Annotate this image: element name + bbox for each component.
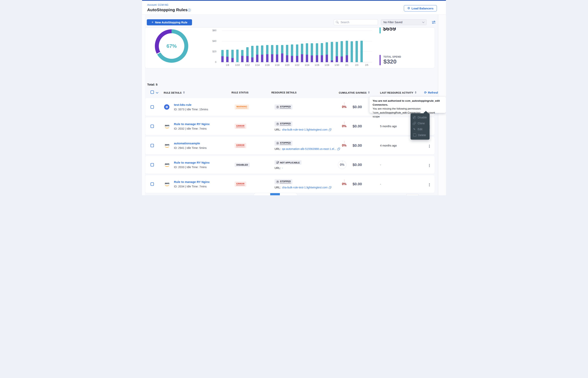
rule-details-cell: Rule to manage RY NginxID: 2034 | Idle T… <box>174 180 210 188</box>
row-actions-kebab[interactable] <box>428 183 431 187</box>
copy-icon[interactable] <box>337 148 340 150</box>
savings-donut-chart: 67% <box>155 29 188 63</box>
menu-item-edit[interactable]: ✎Edit <box>410 126 430 132</box>
new-autostopping-rule-button[interactable]: + New AutoStopping Rule <box>147 19 192 25</box>
savings-segment <box>266 45 268 54</box>
stopped-icon <box>276 142 279 145</box>
x-axis-tick: 1/24 <box>303 64 311 67</box>
resource-url-link[interactable]: sha-bulk-rule-test-1.lightwingtest.com <box>282 128 328 131</box>
resource-url-link[interactable]: - <box>282 166 283 170</box>
stacked-bar-1/11[interactable] <box>241 50 243 62</box>
stacked-bar-2/1[interactable] <box>346 41 348 62</box>
gridline <box>222 62 372 62</box>
copy-icon[interactable] <box>329 186 331 189</box>
row-actions-kebab[interactable] <box>428 144 431 149</box>
not-applicable-icon <box>276 161 279 164</box>
stacked-bar-1/17[interactable] <box>271 45 273 62</box>
stacked-bar-2/4[interactable] <box>360 41 363 62</box>
stacked-bar-1/21[interactable] <box>291 44 293 62</box>
stacked-bar-1/13[interactable] <box>251 46 254 62</box>
row-context-menu: DisableClone✎EditDelete <box>410 113 430 140</box>
savings-segment <box>276 45 278 54</box>
stacked-bar-1/30[interactable] <box>336 42 338 62</box>
search-input[interactable] <box>340 20 374 24</box>
total-count: Total: 5 <box>147 83 157 86</box>
filter-panel-button[interactable] <box>431 20 436 24</box>
stacked-bar-1/29[interactable] <box>331 42 333 62</box>
copy-icon[interactable] <box>329 128 331 131</box>
page-size-button[interactable] <box>406 194 419 195</box>
rule-name-link[interactable]: Rule to manage RY Nginx <box>174 122 210 126</box>
menu-item-clone[interactable]: Clone <box>410 120 430 126</box>
row-checkbox[interactable] <box>151 125 154 128</box>
rule-meta: ID: 2941 | Idle Time: 5mins <box>174 146 206 149</box>
stacked-bar-2/3[interactable] <box>356 41 358 62</box>
refresh-icon: ⟳ <box>424 91 427 94</box>
sort-icon[interactable] <box>415 91 416 94</box>
stacked-bar-1/7[interactable] <box>221 50 224 62</box>
x-axis-tick: 2/5 <box>362 64 371 67</box>
x-axis-tick: 1/10 <box>233 64 242 67</box>
y-axis-tick: 0 <box>207 61 216 64</box>
stacked-bar-1/12[interactable] <box>246 47 249 62</box>
current-page-button[interactable] <box>270 193 280 195</box>
stacked-bar-1/25[interactable] <box>311 43 313 62</box>
menu-item-disable[interactable]: Disable <box>410 114 430 120</box>
column-rule-details[interactable]: RULE DETAILS <box>164 91 185 94</box>
row-checkbox[interactable] <box>151 144 154 147</box>
stacked-bar-1/19[interactable] <box>281 45 283 62</box>
stacked-bar-1/16[interactable] <box>266 45 268 62</box>
stacked-bar-1/14[interactable] <box>256 46 258 62</box>
menu-item-delete[interactable]: Delete <box>410 132 430 138</box>
rule-name-link[interactable]: Rule to manage RY Nginx <box>174 161 210 164</box>
column-last-resource-activity[interactable]: LAST RESOURCE ACTIVITY <box>380 91 416 94</box>
rule-status-cell: DISABLED <box>235 163 250 167</box>
stacked-bar-1/15[interactable] <box>261 45 263 62</box>
spend-segment <box>241 56 243 62</box>
resource-url-link[interactable]: qa-automation-alb-515563988.us-east-1.el… <box>282 147 336 150</box>
aws-icon: aws <box>164 182 170 186</box>
x-axis-tick: 1/8 <box>223 64 232 67</box>
rule-name-link[interactable]: Rule to manage RY Nginx <box>174 180 210 184</box>
stacked-bar-1/8[interactable] <box>226 50 229 62</box>
y-axis-tick: $60 <box>207 29 216 32</box>
donut-percentage: 67% <box>155 29 188 63</box>
resource-url-line: URL:- <box>275 166 283 170</box>
row-checkbox[interactable] <box>151 183 154 186</box>
rule-details-cell: Rule to manage RY NginxID: 2032 | Idle T… <box>174 122 210 130</box>
stacked-bar-1/18[interactable] <box>276 45 278 62</box>
column-cumulative-savings[interactable]: CUMULATIVE SAVINGS <box>339 91 370 94</box>
bar-plot: $60$40$2001/81/101/121/141/161/181/201/2… <box>219 27 376 67</box>
stacked-bar-1/31[interactable] <box>341 41 343 62</box>
account-breadcrumb[interactable]: Account: CCM-NG <box>147 3 168 6</box>
stacked-bar-1/26[interactable] <box>316 43 318 62</box>
stacked-bar-1/24[interactable] <box>306 43 308 62</box>
stacked-bar-1/27[interactable] <box>321 43 323 62</box>
row-checkbox[interactable] <box>151 163 154 167</box>
disable-icon <box>413 116 416 119</box>
rule-name-link[interactable]: automationsample <box>174 142 206 145</box>
load-balancers-button[interactable]: ⚙ Load Balancers <box>404 5 437 11</box>
stacked-bar-1/28[interactable] <box>326 42 328 62</box>
select-menu-chevron-icon[interactable] <box>156 91 158 94</box>
stacked-bar-1/23[interactable] <box>301 44 303 62</box>
stacked-bar-1/9[interactable] <box>231 50 234 62</box>
stacked-bar-1/10[interactable] <box>236 50 239 62</box>
sort-icon[interactable] <box>183 91 185 94</box>
info-icon[interactable]: i <box>188 9 191 12</box>
sort-icon[interactable] <box>368 91 370 94</box>
savings-segment <box>356 41 358 62</box>
spend-segment <box>226 57 229 62</box>
row-checkbox[interactable] <box>151 105 154 109</box>
stacked-bar-2/2[interactable] <box>351 41 353 62</box>
stacked-bar-1/20[interactable] <box>286 45 288 62</box>
refresh-label: Refresh <box>428 91 439 94</box>
rule-name-link[interactable]: test-k8s-rule <box>174 103 208 106</box>
refresh-button[interactable]: ⟳ Refresh <box>423 91 440 94</box>
row-actions-kebab[interactable] <box>428 163 431 168</box>
select-all-checkbox[interactable] <box>151 91 154 94</box>
saved-filter-dropdown[interactable]: No Filter Saved <box>381 19 427 25</box>
savings-percent: 0% <box>342 105 346 109</box>
resource-url-link[interactable]: sha-bulk-rule-test-1.lightwingtest.com <box>282 186 328 189</box>
stacked-bar-1/22[interactable] <box>296 44 298 62</box>
